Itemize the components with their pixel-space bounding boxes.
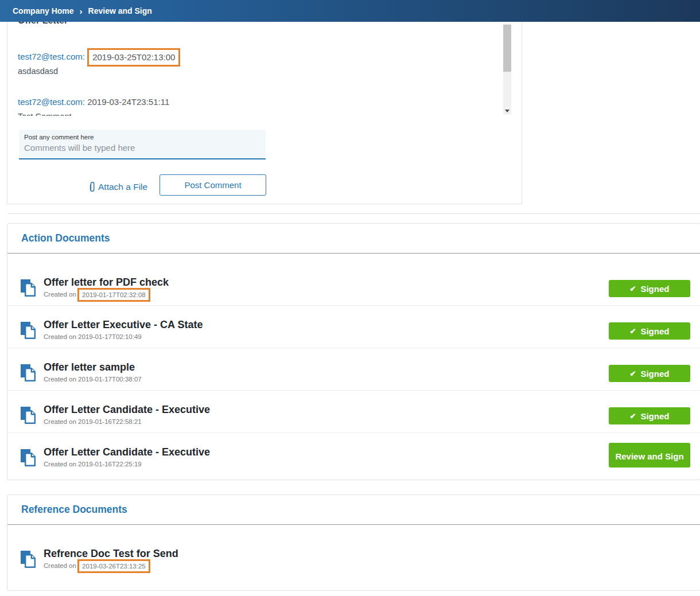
document-copy-icon [20,406,37,424]
document-title: Offer Letter Candidate - Executive [44,446,700,458]
document-created-line: Created on 2019-01-17T02:10:49 [44,333,700,341]
status-label: Signed [640,411,669,421]
created-date: 2019-01-17T02:32:08 [77,288,150,302]
chevron-right-icon: › [79,6,83,16]
check-icon: ✔ [630,370,636,377]
comments-panel: Offer Letter test72@test.com: 2019-03-25… [7,22,522,204]
created-date: 2019-01-17T02:10:49 [78,333,142,340]
reference-documents-list: Refrence Doc Test for Send Created on 20… [7,525,700,581]
created-prefix: Created on [44,461,76,468]
created-date: 2019-01-17T00:38:07 [78,376,142,383]
document-row: Offer Letter Candidate - Executive Creat… [7,391,700,433]
comment-item: test72@test.com: 2019-03-24T23:51:11 Tes… [18,96,522,116]
comments-list: test72@test.com: 2019-03-25T02:13:00 asd… [7,22,522,116]
created-prefix: Created on [44,333,76,340]
attach-file-link[interactable]: Attach a File [88,181,147,193]
document-created-line: Created on 2019-01-16T22:58:21 [44,418,700,426]
scrollbar-thumb[interactable] [503,25,511,72]
comment-meta-line: test72@test.com: 2019-03-25T02:13:00 [18,50,522,63]
document-copy-icon [20,321,37,340]
created-prefix: Created on [44,562,76,569]
post-comment-button[interactable]: Post Comment [160,174,266,196]
status-button[interactable]: Review and Sign [609,443,690,468]
comment-author-link[interactable]: test72@test.com: [18,97,85,107]
status-button[interactable]: ✔ Signed [609,322,690,340]
document-created-line: Created on 2019-01-17T02:32:08 [44,290,700,298]
status-label: Signed [640,284,669,294]
comment-text: Test Comment [18,111,522,116]
status-button[interactable]: ✔ Signed [609,280,690,297]
status-button[interactable]: ✔ Signed [609,407,690,424]
comments-scrollbar[interactable] [503,24,511,115]
document-row: Offer Letter Executive - CA State Create… [7,306,700,348]
reference-documents-header: Reference Documents [7,495,700,525]
comment-author-link[interactable]: test72@test.com: [18,52,85,61]
comment-input-box: Post any comment here [19,130,266,159]
action-documents-card: Action Documents Offer letter for PDF ch… [7,223,700,480]
status-label: Signed [640,369,669,379]
check-icon: ✔ [630,412,636,420]
created-prefix: Created on [44,376,76,383]
comment-input-label: Post any comment here [19,130,266,141]
page: Company Home › Review and Sign Offer Let… [0,0,700,596]
attach-file-label: Attach a File [98,182,147,192]
created-date: 2019-01-16T22:58:21 [78,418,142,425]
document-title: Offer Letter Candidate - Executive [44,403,700,416]
status-button[interactable]: ✔ Signed [609,365,690,382]
created-prefix: Created on [44,418,76,425]
action-documents-header: Action Documents [7,224,700,254]
document-copy-icon [20,364,37,382]
paperclip-icon [88,181,96,193]
document-created-line: Created on 2019-03-26T23:13:25 [44,562,700,570]
breadcrumb-company-home[interactable]: Company Home [13,6,74,15]
comments-scroll-area: test72@test.com: 2019-03-25T02:13:00 asd… [7,22,522,116]
created-prefix: Created on [44,291,76,298]
comment-item: test72@test.com: 2019-03-25T02:13:00 asd… [18,50,522,77]
scrollbar-down-arrow-icon[interactable] [503,107,511,115]
status-label: Signed [640,326,669,336]
comment-timestamp: 2019-03-24T23:51:11 [87,97,169,107]
document-title: Offer letter sample [44,361,700,373]
check-icon: ✔ [630,285,636,293]
reference-documents-card: Reference Documents Refrence Doc Test fo… [7,494,700,591]
document-row: Offer letter for PDF check Created on 20… [7,263,700,306]
created-date: 2019-03-26T23:13:25 [77,559,150,573]
status-label: Review and Sign [615,451,683,461]
top-navigation-bar: Company Home › Review and Sign [0,0,700,22]
reference-documents-title: Reference Documents [21,504,127,516]
document-title: Offer letter for PDF check [44,276,700,289]
document-row: Refrence Doc Test for Send Created on 20… [7,535,700,577]
action-documents-list: Offer letter for PDF check Created on 20… [7,254,700,468]
document-row: Offer Letter Candidate - Executive Creat… [7,433,700,468]
comment-timestamp: 2019-03-25T02:13:00 [87,48,180,67]
document-title: Offer Letter Executive - CA State [44,318,700,331]
document-created-line: Created on 2019-01-16T22:25:19 [44,460,700,468]
document-copy-icon [20,279,37,297]
check-icon: ✔ [630,328,636,335]
document-created-line: Created on 2019-01-17T00:38:07 [44,375,700,383]
comment-text: asdasdasd [18,65,522,77]
breadcrumb-review-and-sign[interactable]: Review and Sign [88,6,152,15]
document-copy-icon [20,449,37,467]
document-title: Refrence Doc Test for Send [44,547,700,560]
action-documents-title: Action Documents [21,232,110,244]
comment-meta-line: test72@test.com: 2019-03-24T23:51:11 [18,96,522,108]
document-row: Offer letter sample Created on 2019-01-1… [7,348,700,391]
document-copy-icon [20,550,37,568]
comment-input[interactable] [19,141,266,153]
section-divider [9,213,700,214]
created-date: 2019-01-16T22:25:19 [78,461,142,468]
